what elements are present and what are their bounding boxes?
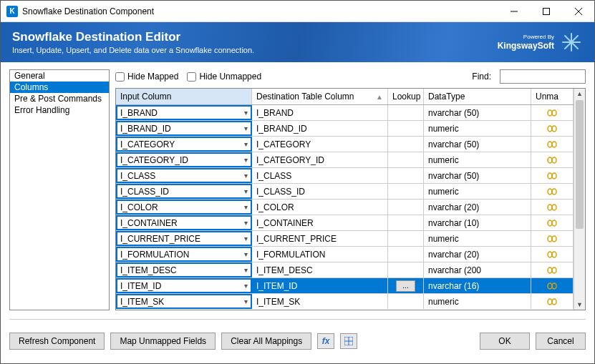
input-column-cell[interactable]: I_CLASS▾ [116,168,252,183]
hide-mapped-input[interactable] [115,72,125,82]
table-row[interactable]: I_COLOR▾I_COLORnvarchar (20) [116,200,574,215]
dest-column-cell[interactable]: I_BRAND [252,105,388,120]
input-column-cell[interactable]: I_FORMULATION▾ [116,247,252,262]
vertical-scrollbar[interactable]: ▲ ▼ [574,89,585,310]
formula-icon-button[interactable]: fx [317,333,334,349]
table-row[interactable]: I_CLASS▾I_CLASSnvarchar (50) [116,168,574,184]
table-row[interactable]: I_BRAND_ID▾I_BRAND_IDnumeric [116,121,574,137]
sidebar-item-columns[interactable]: Columns [10,82,109,93]
hide-unmapped-input[interactable] [187,72,196,82]
lookup-cell [388,184,424,199]
dest-column-cell[interactable]: I_FORMULATION [252,247,388,262]
unmap-cell[interactable] [531,215,574,230]
dest-column-cell[interactable]: I_ITEM_SK [252,294,388,309]
unmap-cell[interactable] [531,137,574,152]
close-button[interactable] [562,1,594,21]
chevron-down-icon[interactable]: ▾ [244,282,248,290]
scroll-up-arrow[interactable]: ▲ [574,89,585,99]
unmap-cell[interactable] [531,278,574,293]
table-row[interactable]: I_CATEGORY▾I_CATEGORYnvarchar (50) [116,137,574,152]
dest-column-cell[interactable]: I_CURRENT_PRICE [252,231,388,246]
unmap-cell[interactable] [531,294,574,309]
cancel-button[interactable]: Cancel [536,333,586,350]
scroll-down-arrow[interactable]: ▼ [574,300,585,310]
hide-mapped-checkbox[interactable]: Hide Mapped [115,72,178,82]
input-column-cell[interactable]: I_BRAND_ID▾ [116,121,252,136]
scroll-thumb[interactable] [576,100,584,229]
lookup-button[interactable]: ... [396,280,415,292]
chevron-down-icon[interactable]: ▾ [244,235,248,242]
grid: Input Column Destination Table Column▲ L… [116,89,574,310]
table-row[interactable]: I_CLASS_ID▾I_CLASS_IDnumeric [116,184,574,200]
table-row[interactable]: I_ITEM_SK▾I_ITEM_SKnumeric [116,294,574,309]
input-column-cell[interactable]: I_CATEGORY_ID▾ [116,152,252,167]
clear-all-button[interactable]: Clear All Mappings [221,333,311,350]
input-column-cell[interactable]: I_CATEGORY▾ [116,137,252,152]
unmap-cell[interactable] [531,152,574,167]
chevron-down-icon[interactable]: ▾ [244,250,248,258]
table-row[interactable]: I_CATEGORY_ID▾I_CATEGORY_IDnumeric [116,152,574,168]
table-row[interactable]: I_FORMULATION▾I_FORMULATIONnvarchar (20) [116,247,574,262]
table-row[interactable]: I_CURRENT_PRICE▾I_CURRENT_PRICEnumeric [116,231,574,247]
sidebar-item-error-handling[interactable]: Error Handling [10,104,109,116]
dest-column-cell[interactable]: I_BRAND_ID [252,121,388,136]
chevron-down-icon[interactable]: ▾ [244,219,248,227]
unmap-cell[interactable] [531,262,574,277]
header-unmap-column[interactable]: Unma [531,89,574,104]
lookup-cell [388,152,424,167]
unmap-cell[interactable] [531,105,574,120]
table-row[interactable]: I_ITEM_DESC▾I_ITEM_DESCnvarchar (200 [116,262,574,278]
chevron-down-icon[interactable]: ▾ [244,156,248,164]
dest-column-cell[interactable]: I_CLASS [252,168,388,183]
hide-unmapped-checkbox[interactable]: Hide Unmapped [187,72,261,82]
unmap-cell[interactable] [531,168,574,183]
input-column-cell[interactable]: I_ITEM_ID▾ [116,278,252,293]
chevron-down-icon[interactable]: ▾ [244,172,248,179]
header-datatype-column[interactable]: DataType [424,89,531,104]
dest-column-cell[interactable]: I_CATEGORY [252,137,388,152]
input-column-cell[interactable]: I_CONTAINER▾ [116,215,252,230]
footer: Refresh Component Map Unmapped Fields Cl… [9,319,586,355]
dest-column-cell[interactable]: I_CATEGORY_ID [252,152,388,167]
input-column-cell[interactable]: I_CLASS_ID▾ [116,184,252,199]
dest-column-cell[interactable]: I_ITEM_ID [252,278,388,293]
map-unmapped-button[interactable]: Map Unmapped Fields [110,333,216,350]
table-row[interactable]: I_BRAND▾I_BRANDnvarchar (50) [116,105,574,121]
header-dest-column[interactable]: Destination Table Column▲ [252,89,388,104]
chevron-down-icon[interactable]: ▾ [244,297,248,305]
ok-button[interactable]: OK [480,333,530,350]
table-row[interactable]: I_ITEM_ID▾I_ITEM_ID...nvarchar (16) [116,278,574,294]
find-input[interactable] [500,69,586,84]
unmap-cell[interactable] [531,231,574,246]
unmap-cell[interactable] [531,247,574,262]
unmap-cell[interactable] [531,184,574,199]
lookup-cell [388,247,424,262]
chevron-down-icon[interactable]: ▾ [244,124,248,132]
refresh-component-button[interactable]: Refresh Component [9,333,105,350]
input-column-cell[interactable]: I_COLOR▾ [116,200,252,215]
dest-column-cell[interactable]: I_COLOR [252,200,388,215]
dest-column-cell[interactable]: I_ITEM_DESC [252,262,388,277]
unmap-cell[interactable] [531,121,574,136]
input-column-cell[interactable]: I_ITEM_SK▾ [116,294,252,309]
table-row[interactable]: I_CONTAINER▾I_CONTAINERnvarchar (10) [116,215,574,231]
sidebar-item-pre-post-commands[interactable]: Pre & Post Commands [10,93,109,104]
sidebar-item-general[interactable]: General [10,70,109,82]
chevron-down-icon[interactable]: ▾ [244,187,248,195]
header-input-column[interactable]: Input Column [116,89,252,104]
unmap-cell[interactable] [531,200,574,215]
dest-column-cell[interactable]: I_CLASS_ID [252,184,388,199]
header-lookup-column[interactable]: Lookup [388,89,424,104]
input-column-cell[interactable]: I_ITEM_DESC▾ [116,262,252,277]
datatype-cell: numeric [424,184,531,199]
minimize-button[interactable] [498,1,530,21]
input-column-cell[interactable]: I_BRAND▾ [116,105,252,120]
dest-column-cell[interactable]: I_CONTAINER [252,215,388,230]
grid-icon-button[interactable] [340,333,357,349]
chevron-down-icon[interactable]: ▾ [244,140,248,148]
input-column-cell[interactable]: I_CURRENT_PRICE▾ [116,231,252,246]
chevron-down-icon[interactable]: ▾ [244,266,248,274]
chevron-down-icon[interactable]: ▾ [244,203,248,211]
maximize-button[interactable] [530,1,562,21]
chevron-down-icon[interactable]: ▾ [244,109,248,117]
